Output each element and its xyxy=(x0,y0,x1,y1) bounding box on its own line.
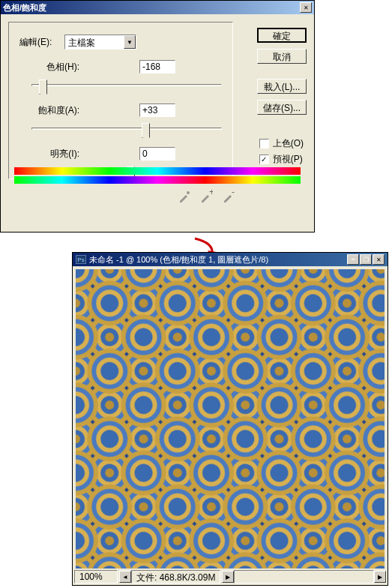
ok-button[interactable]: 確定 xyxy=(257,28,307,43)
hue-input[interactable] xyxy=(139,60,175,74)
colorize-checkbox[interactable] xyxy=(259,139,269,148)
hue-saturation-dialog: 色相/飽和度 編輯(E): 主檔案 ▼ 色相(H): 飽和度(A): xyxy=(0,0,315,232)
dialog-buttons: 確定 取消 載入(L)... 儲存(S)... xyxy=(257,28,307,121)
close-icon[interactable] xyxy=(373,254,385,265)
dialog-titlebar[interactable]: 色相/飽和度 xyxy=(1,1,314,14)
doc-title: 未命名 -1 @ 100% (色相/飽和度 1, 圖層遮色片/8) xyxy=(89,254,346,266)
hue-spectrum-bottom xyxy=(14,176,301,184)
menu-arrow-icon[interactable]: ▶ xyxy=(222,571,234,583)
status-bar: 100% ◄ 文件: 468.8K/3.09M ▶ ▶ xyxy=(74,570,386,584)
hue-spectrum-top xyxy=(14,167,301,175)
saturation-label: 飽和度(A): xyxy=(19,104,79,117)
colorize-label: 上色(O) xyxy=(273,137,304,150)
svg-rect-26 xyxy=(76,269,385,568)
edit-dropdown[interactable]: 主檔案 ▼ xyxy=(64,34,136,50)
saturation-thumb[interactable] xyxy=(142,123,150,138)
scroll-right-icon[interactable]: ▶ xyxy=(374,571,386,583)
document-window: Ps 未命名 -1 @ 100% (色相/飽和度 1, 圖層遮色片/8) xyxy=(72,252,388,586)
file-info: 文件: 468.8K/3.09M xyxy=(131,570,220,584)
minimize-icon[interactable] xyxy=(347,254,359,265)
lightness-input[interactable] xyxy=(139,147,175,160)
hue-thumb[interactable] xyxy=(39,80,47,94)
pattern-image xyxy=(76,269,385,568)
edit-value: 主檔案 xyxy=(65,35,124,49)
eyedropper-subtract-icon[interactable]: - xyxy=(219,190,235,203)
chevron-down-icon[interactable]: ▼ xyxy=(124,35,136,49)
canvas[interactable] xyxy=(76,269,385,568)
cancel-button[interactable]: 取消 xyxy=(257,49,307,64)
hue-slider[interactable] xyxy=(31,78,222,93)
svg-text:-: - xyxy=(232,190,235,197)
svg-point-0 xyxy=(187,191,190,194)
preview-checkbox[interactable]: ✓ xyxy=(259,154,269,164)
hue-label: 色相(H): xyxy=(19,61,79,74)
saturation-slider[interactable] xyxy=(31,122,222,136)
photoshop-icon: Ps xyxy=(76,255,86,264)
eyedropper-add-icon[interactable]: + xyxy=(196,190,213,203)
scrollbar-h[interactable] xyxy=(234,570,374,584)
zoom-level[interactable]: 100% xyxy=(74,570,118,584)
maximize-icon[interactable] xyxy=(360,254,372,265)
hs-fieldset: 編輯(E): 主檔案 ▼ 色相(H): 飽和度(A): xyxy=(8,22,233,179)
checkbox-group: 上色(O) ✓ 預視(P) xyxy=(259,134,304,169)
close-icon[interactable] xyxy=(300,2,312,13)
scroll-left-icon[interactable]: ◄ xyxy=(119,571,131,583)
save-button[interactable]: 儲存(S)... xyxy=(257,100,307,115)
edit-label: 編輯(E): xyxy=(19,36,64,49)
lightness-label: 明亮(I): xyxy=(19,148,79,160)
saturation-input[interactable] xyxy=(139,104,175,117)
doc-titlebar[interactable]: Ps 未命名 -1 @ 100% (色相/飽和度 1, 圖層遮色片/8) xyxy=(73,253,388,266)
preview-label: 預視(P) xyxy=(273,153,303,166)
dialog-title: 色相/飽和度 xyxy=(3,2,299,14)
load-button[interactable]: 載入(L)... xyxy=(257,79,307,94)
svg-text:+: + xyxy=(209,190,213,197)
eyedropper-icon[interactable] xyxy=(175,190,191,203)
